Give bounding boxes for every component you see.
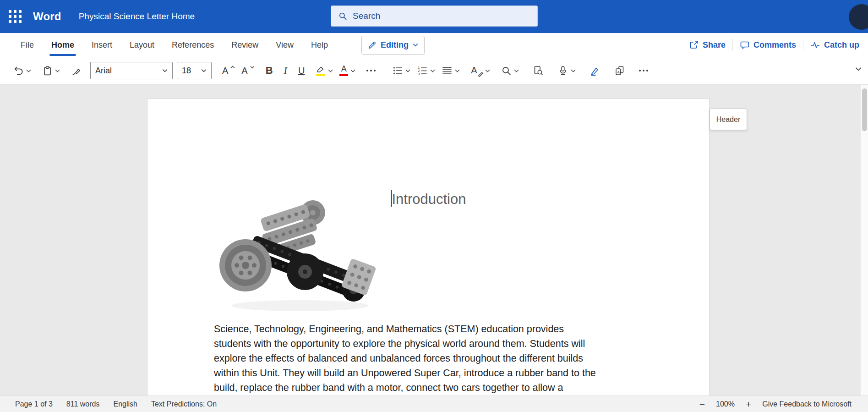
document-title[interactable]: Physical Science Letter Home (79, 11, 195, 22)
zoom-out-button[interactable]: − (699, 399, 705, 409)
more-commands-button[interactable] (636, 67, 651, 74)
chevron-down-icon (55, 69, 60, 72)
svg-text:3: 3 (418, 72, 420, 76)
app-name[interactable]: Word (33, 10, 61, 23)
pen-nib-icon (590, 65, 601, 76)
undo-icon (13, 66, 24, 76)
page-magnifier-icon (533, 65, 544, 76)
editor-button[interactable] (586, 62, 604, 79)
bold-button[interactable]: B (262, 62, 276, 79)
font-size-combobox[interactable]: 18 (177, 62, 212, 79)
shrink-font-button[interactable]: A (238, 63, 257, 79)
paste-button[interactable] (39, 63, 63, 79)
share-label: Share (703, 40, 726, 50)
app-launcher-button[interactable] (0, 0, 30, 33)
grow-font-button[interactable]: A (219, 63, 238, 79)
text-predictions-toggle[interactable]: Text Predictions: On (151, 400, 217, 408)
document-canvas: Introduction Science, Technology, Engine… (0, 85, 868, 396)
numbered-list-icon: 1 2 3 (417, 65, 428, 76)
svg-text:A: A (617, 70, 620, 74)
editing-label: Editing (381, 40, 409, 50)
caret-up-icon (230, 66, 235, 69)
user-avatar[interactable] (849, 4, 868, 30)
document-page[interactable]: Introduction Science, Technology, Engine… (147, 99, 710, 396)
italic-label: I (284, 65, 287, 77)
tab-file[interactable]: File (12, 33, 43, 57)
microphone-icon (557, 65, 568, 76)
more-font-options-button[interactable] (363, 67, 379, 74)
page-count[interactable]: Page 1 of 3 (15, 400, 53, 408)
style-pen-icon (477, 71, 484, 77)
catch-up-button[interactable]: Catch up (803, 33, 866, 57)
search-input[interactable] (353, 11, 530, 21)
ribbon-tab-bar: File Home Insert Layout References Revie… (0, 33, 868, 57)
word-count[interactable]: 811 words (66, 400, 100, 408)
tab-insert[interactable]: Insert (83, 33, 121, 57)
chevron-down-icon (514, 69, 519, 72)
translate-button[interactable]: A (611, 62, 628, 79)
styles-label: A (471, 65, 477, 76)
zoom-level[interactable]: 100% (716, 400, 735, 408)
font-size-value: 18 (182, 66, 191, 76)
search-box[interactable] (331, 5, 538, 27)
paragraph-line: within this Unit. They will build an Unp… (214, 366, 596, 380)
chevron-down-icon (26, 69, 31, 72)
scrollbar-thumb[interactable] (862, 88, 867, 131)
status-bar: Page 1 of 3 811 words English Text Predi… (0, 396, 868, 412)
tab-layout[interactable]: Layout (121, 33, 163, 57)
zoom-in-button[interactable]: + (746, 399, 751, 409)
chevron-down-icon (162, 69, 168, 72)
alignment-button[interactable] (438, 62, 463, 79)
header-tag-button[interactable]: Header (710, 109, 747, 130)
tab-view[interactable]: View (267, 33, 302, 57)
italic-button[interactable]: I (281, 62, 290, 79)
chevron-down-icon (405, 69, 410, 72)
vertical-scrollbar[interactable] (861, 85, 868, 396)
immersive-reader-button[interactable] (530, 62, 547, 79)
chevron-down-icon (350, 69, 355, 72)
font-color-button[interactable]: A (336, 63, 359, 79)
text-cursor (391, 190, 392, 207)
language-selector[interactable]: English (113, 400, 137, 408)
tab-help[interactable]: Help (302, 33, 337, 57)
catch-up-pulse-icon (810, 40, 820, 50)
find-button[interactable] (498, 63, 522, 79)
underline-button[interactable]: U (295, 63, 308, 79)
status-left-group: Page 1 of 3 811 words English Text Predi… (15, 400, 217, 408)
catch-up-label: Catch up (824, 40, 859, 50)
tab-references[interactable]: References (163, 33, 223, 57)
pencil-icon (368, 41, 377, 49)
undo-button[interactable] (10, 63, 34, 79)
comments-label: Comments (753, 40, 796, 50)
format-painter-icon (71, 66, 82, 76)
doc-heading[interactable]: Introduction (147, 190, 709, 208)
bold-label: B (266, 65, 273, 77)
share-button[interactable]: Share (682, 33, 732, 57)
tab-home[interactable]: Home (43, 33, 83, 57)
comment-icon (740, 40, 750, 50)
chevron-down-icon (413, 43, 418, 47)
app-top-bar: Word Physical Science Letter Home (0, 0, 868, 33)
paragraph-line: build, replace the rubber band with a mo… (214, 380, 596, 395)
chevron-down-icon (201, 69, 207, 72)
bulleted-list-icon (392, 65, 403, 76)
tab-review[interactable]: Review (223, 33, 267, 57)
doc-paragraph[interactable]: Science, Technology, Engineering, and Ma… (214, 322, 596, 395)
feedback-link[interactable]: Give Feedback to Microsoft (762, 400, 852, 408)
font-name-combobox[interactable]: Arial (90, 62, 173, 79)
clipboard-icon (42, 66, 53, 76)
highlighter-icon (316, 66, 326, 72)
collapse-ribbon-button[interactable] (855, 67, 862, 71)
ribbon-right-actions: Share Comments Catch up (682, 33, 868, 57)
editing-mode-button[interactable]: Editing (361, 36, 425, 55)
format-painter-button[interactable] (68, 63, 85, 79)
bullets-button[interactable] (389, 62, 414, 79)
chevron-down-icon (430, 69, 435, 72)
highlight-color-button[interactable] (312, 63, 336, 79)
dictate-button[interactable] (554, 62, 579, 79)
comments-button[interactable]: Comments (733, 33, 803, 57)
ellipsis-icon (366, 70, 376, 71)
paragraph-line: Science, Technology, Engineering, and Ma… (214, 322, 596, 336)
numbering-button[interactable]: 1 2 3 (414, 62, 438, 79)
styles-button[interactable]: A (468, 62, 493, 79)
